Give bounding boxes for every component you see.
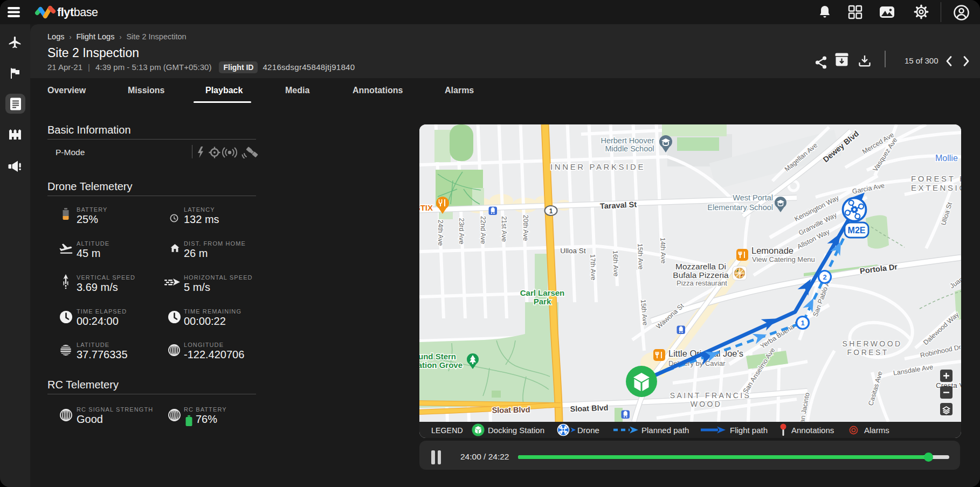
svg-text:Sloat Blvd: Sloat Blvd [570,403,608,413]
svg-text:View Catering Menu: View Catering Menu [752,255,815,263]
svg-text:16th Ave: 16th Ave [611,251,620,277]
svg-text:EXTENSION: EXTENSION [911,183,961,192]
svg-text:Pizza restaurant: Pizza restaurant [677,279,727,287]
svg-text:Recreation Grove: Recreation Grove [419,360,463,370]
svg-text:24th Ave: 24th Ave [437,220,444,246]
svg-text:1: 1 [549,207,553,215]
svg-text:Middle School: Middle School [605,144,654,153]
svg-text:Carl Larsen: Carl Larsen [520,288,565,297]
svg-text:West Portal: West Portal [733,193,773,202]
svg-text:22nd Ave: 22nd Ave [479,216,487,244]
svg-text:Elementary School: Elementary School [707,203,773,212]
svg-text:Bufala Pizzeria: Bufala Pizzeria [673,270,729,280]
svg-text:FOREST HILL: FOREST HILL [911,174,961,183]
svg-text:Ulloa St: Ulloa St [560,247,586,255]
svg-text:Herbert Hoover: Herbert Hoover [601,136,654,145]
svg-text:23rd Ave: 23rd Ave [458,218,465,244]
svg-text:Mollie: Mollie [935,154,958,163]
svg-text:Park: Park [534,297,551,306]
svg-text:2: 2 [823,273,826,281]
svg-text:M2E: M2E [848,226,866,235]
svg-text:WOOD: WOOD [691,400,722,408]
svg-text:STIX: STIX [419,203,433,212]
svg-text:Mozzarella Di: Mozzarella Di [675,262,726,271]
svg-text:Sigmund Stern: Sigmund Stern [419,352,456,361]
svg-text:17th Ave: 17th Ave [589,254,597,281]
svg-text:FOREST: FOREST [847,348,888,357]
svg-text:20th Ave: 20th Ave [522,215,529,241]
svg-text:INNER PARKSIDE: INNER PARKSIDE [550,162,645,171]
svg-text:SAINT FRANCIS: SAINT FRANCIS [670,391,751,400]
svg-text:Lemonade: Lemonade [751,246,793,255]
svg-text:14th Ave: 14th Ave [659,238,667,264]
svg-text:Sloat Blvd: Sloat Blvd [492,405,530,414]
svg-text:21st Ave: 21st Ave [500,216,508,242]
svg-text:SHERWOOD: SHERWOOD [843,339,902,348]
svg-text:1: 1 [800,319,804,327]
svg-text:15th Ave: 15th Ave [636,244,645,270]
